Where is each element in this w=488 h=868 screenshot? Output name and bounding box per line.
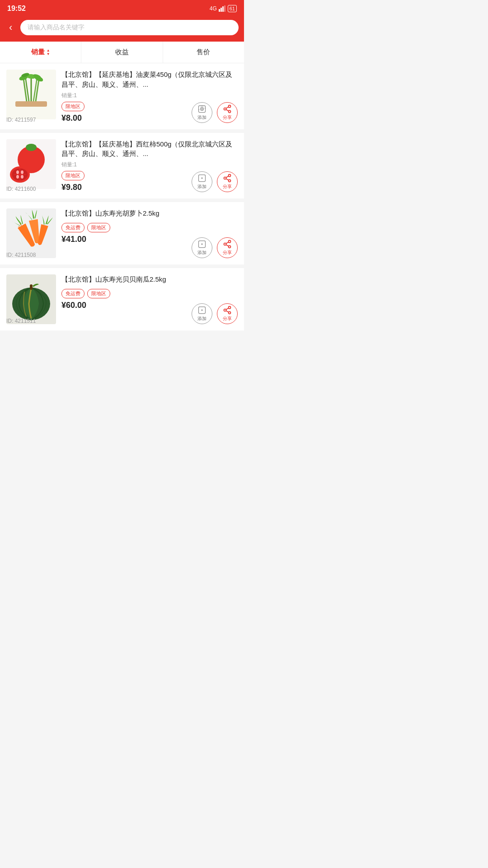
svg-point-37 (21, 170, 23, 174)
product-title: 【北京馆】【延庆基地】油麦菜450g（仅限北京城六区及昌平、房山、顺义、通州、.… (61, 70, 238, 90)
action-buttons: 添加 分享 (192, 102, 238, 123)
svg-point-44 (224, 177, 226, 179)
svg-line-69 (226, 308, 229, 309)
sort-sales-label: 销量 (31, 48, 45, 57)
status-icons: 4G 61 (210, 5, 237, 12)
product-image (6, 139, 56, 189)
battery-indicator: 61 (228, 5, 237, 12)
tag-region: 限地区 (87, 289, 110, 298)
svg-rect-0 (219, 9, 220, 12)
signal-icon (219, 5, 226, 12)
svg-point-25 (224, 108, 226, 110)
add-icon (197, 174, 206, 183)
svg-rect-61 (30, 284, 33, 290)
product-title: 【北京馆】山东寿光胡萝卜2.5kg (61, 208, 238, 218)
search-bar[interactable]: 请输入商品名关键字 (20, 20, 239, 35)
svg-point-66 (224, 309, 226, 311)
sort-revenue[interactable]: 收益 (81, 42, 163, 63)
product-image (6, 208, 56, 258)
share-icon (223, 306, 232, 315)
tag-row: 免运费 限地区 (61, 289, 238, 298)
svg-rect-3 (224, 5, 225, 12)
sort-arrows: ▲ ▼ (47, 49, 50, 56)
tag-free: 免运费 (61, 223, 84, 232)
svg-point-43 (229, 175, 231, 177)
tag-region: 限地区 (61, 171, 84, 180)
svg-point-24 (229, 105, 231, 107)
add-label: 添加 (197, 250, 206, 256)
search-placeholder: 请输入商品名关键字 (28, 24, 84, 32)
svg-point-26 (229, 110, 231, 113)
add-icon (197, 306, 206, 315)
add-label: 添加 (197, 114, 206, 121)
tag-region: 限地区 (87, 223, 110, 232)
product-image (6, 70, 56, 119)
svg-line-47 (226, 176, 229, 177)
action-buttons: 添加 分享 (192, 303, 238, 324)
product-image (6, 274, 56, 324)
product-title: 【北京馆】【延庆基地】西红柿500g（仅限北京城六区及昌平、房山、顺义、通州、.… (61, 139, 238, 159)
add-label: 添加 (197, 316, 206, 322)
product-item: 【北京馆】山东寿光胡萝卜2.5kg 免运费 限地区 ¥41.00 ID: 421… (0, 202, 244, 264)
svg-point-56 (229, 245, 231, 248)
header: ‹ 请输入商品名关键字 (0, 16, 244, 42)
status-bar: 19:52 4G 61 (0, 0, 244, 16)
product-item: 【北京馆】【延庆基地】油麦菜450g（仅限北京城六区及昌平、房山、顺义、通州、.… (0, 63, 244, 129)
sort-revenue-label: 收益 (115, 48, 129, 57)
svg-rect-5 (15, 101, 47, 107)
status-time: 19:52 (7, 5, 26, 13)
svg-line-28 (226, 107, 229, 108)
svg-point-36 (16, 170, 19, 174)
share-icon (223, 174, 232, 183)
product-list: 【北京馆】【延庆基地】油麦菜450g（仅限北京城六区及昌平、房山、顺义、通州、.… (0, 63, 244, 330)
share-button[interactable]: 分享 (217, 171, 238, 192)
svg-point-67 (229, 311, 231, 314)
svg-line-68 (226, 311, 229, 312)
sort-bar: 销量 ▲ ▼ 收益 售价 (0, 42, 244, 63)
network-label: 4G (210, 5, 217, 12)
add-button[interactable]: 添加 (192, 102, 212, 123)
sort-price[interactable]: 售价 (163, 42, 244, 63)
add-icon (197, 104, 206, 113)
share-label: 分享 (223, 250, 232, 256)
svg-line-57 (226, 245, 229, 246)
svg-rect-2 (222, 6, 224, 12)
product-id: ID: 4211600 (6, 186, 36, 192)
sort-sales[interactable]: 销量 ▲ ▼ (0, 42, 81, 63)
product-item: 【北京馆】【延庆基地】西红柿500g（仅限北京城六区及昌平、房山、顺义、通州、.… (0, 133, 244, 199)
product-id: ID: 4211508 (6, 252, 36, 258)
svg-point-39 (21, 175, 23, 179)
share-label: 分享 (223, 184, 232, 190)
add-button[interactable]: 添加 (192, 303, 212, 324)
action-buttons: 添加 分享 (192, 237, 238, 258)
tag-free: 免运费 (61, 289, 84, 298)
svg-rect-1 (221, 8, 222, 12)
back-button[interactable]: ‹ (5, 20, 16, 35)
share-icon (223, 240, 232, 249)
svg-line-27 (226, 109, 229, 111)
product-id: ID: 4211597 (6, 117, 36, 123)
share-button[interactable]: 分享 (217, 303, 238, 324)
svg-line-58 (226, 242, 229, 243)
product-sales: 销量:1 (61, 161, 238, 169)
svg-line-46 (226, 179, 229, 180)
add-icon (197, 240, 206, 249)
share-button[interactable]: 分享 (217, 237, 238, 258)
product-id: ID: 4211511 (6, 318, 36, 324)
share-icon (223, 104, 232, 113)
action-buttons: 添加 分享 (192, 171, 238, 192)
svg-point-45 (229, 179, 231, 182)
share-label: 分享 (223, 114, 232, 121)
svg-point-65 (229, 307, 231, 309)
add-button[interactable]: 添加 (192, 237, 212, 258)
sort-price-label: 售价 (197, 48, 210, 57)
svg-point-54 (229, 241, 231, 243)
product-sales: 销量:1 (61, 92, 238, 99)
add-button[interactable]: 添加 (192, 171, 212, 192)
add-label: 添加 (197, 184, 206, 190)
product-title: 【北京馆】山东寿光贝贝南瓜2.5kg (61, 274, 238, 284)
share-button[interactable]: 分享 (217, 102, 238, 123)
tag-row: 免运费 限地区 (61, 223, 238, 232)
tag-region: 限地区 (61, 102, 84, 111)
svg-point-55 (224, 243, 226, 245)
